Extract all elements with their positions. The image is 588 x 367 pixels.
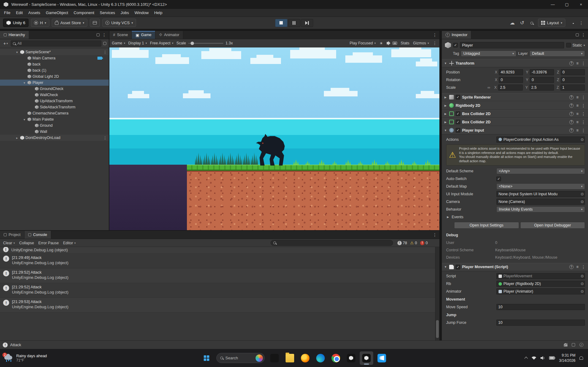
gameobject-name-field[interactable]: Player [460,42,564,48]
tray-notifications-icon[interactable] [579,356,583,360]
pause-button[interactable] [288,19,300,27]
play-button[interactable] [275,19,287,27]
component-rigidbody-2d[interactable]: ▶Rigidbody 2D?≡⋮ [442,101,588,110]
foldout-closed-icon[interactable]: ▶ [444,96,447,99]
hierarchy-search-input[interactable]: All [11,40,101,47]
console-log-entry[interactable]: !UnityEngine.Debug.Log (object) [0,247,439,254]
tab-game[interactable]: ▣ Game [132,31,155,39]
component-enabled-checkbox[interactable]: ✓ [456,128,460,133]
component-box-collider-2d[interactable]: ▶✓Box Collider 2D?≡⋮ [442,110,588,118]
tab-hierarchy[interactable]: Hierarchy [0,31,29,39]
weather-widget[interactable]: 2 Rainy days ahead 71°F [0,349,51,367]
help-icon[interactable]: ? [569,103,574,108]
package-status-icon[interactable] [572,343,575,346]
transform-scale-x-field[interactable]: 2.5 [498,84,523,91]
package-manager-button[interactable] [90,19,100,27]
static-checkbox[interactable] [566,43,571,47]
audio-mute-icon[interactable] [387,41,389,45]
hierarchy-item-samplescene[interactable]: ▾SampleScene*⋮ [0,49,109,55]
script-object-field[interactable]: PlayerMovement⊙ [496,273,585,279]
shortcuts-icon[interactable] [393,42,397,45]
error-count[interactable]: ! 0 [420,241,428,245]
stats-button[interactable]: Stats [401,41,410,45]
transform-position-x-field[interactable]: 40.9293 [499,69,523,75]
foldout-open-icon[interactable]: ▼ [444,62,447,65]
object-picker-icon[interactable]: ⊙ [581,282,584,286]
move-speed-field[interactable]: 10 [496,304,585,310]
volume-icon[interactable] [541,356,545,360]
menu-help[interactable]: Help [151,9,165,17]
preset-icon[interactable]: ≡ [576,265,579,269]
transform-rotation-x-field[interactable]: 0 [499,77,523,83]
preset-icon[interactable]: ≡ [576,95,579,99]
object-picker-icon[interactable]: ⊙ [581,274,584,278]
active-checkbox[interactable]: ✓ [453,43,458,47]
step-button[interactable] [301,19,313,27]
foldout-arrow-icon[interactable]: ▸ [15,136,19,140]
panel-lock-icon[interactable] [97,33,100,36]
minimize-button[interactable]: — [546,0,560,9]
taskbar-app-vscode[interactable] [375,351,389,365]
taskbar-app-file-explorer[interactable] [283,351,297,365]
object-picker-icon[interactable]: ⊙ [581,137,584,142]
preset-icon[interactable]: ≡ [576,61,579,66]
taskbar-app-dark-app[interactable] [268,351,281,365]
tab-console[interactable]: Console [25,231,51,239]
help-icon[interactable]: ? [569,61,574,66]
hierarchy-item-main-palette[interactable]: ▾Main Palette [0,116,109,122]
foldout-arrow-icon[interactable]: ▾ [22,81,26,84]
kebab-menu-icon[interactable]: ⋮ [581,120,586,125]
kebab-menu-icon[interactable]: ⋮ [581,264,586,269]
unity-version-badge[interactable]: Unity 6 [3,19,28,27]
actions-object-field[interactable]: PlayerController (Input Action As ⊙ [496,137,585,143]
preset-icon[interactable]: ≡ [576,103,579,108]
kebab-menu-icon[interactable]: ⋮ [581,111,586,116]
hierarchy-item-main-camera[interactable]: Main Camera [0,55,109,61]
info-count[interactable]: ! 78 [397,241,407,245]
add-gameobject-button[interactable]: + ▾ [2,41,9,46]
object-picker-icon[interactable]: ⊙ [581,200,584,204]
warning-count[interactable]: ⚠ 0 [410,241,417,245]
wifi-icon[interactable] [531,356,537,360]
help-icon[interactable]: ? [569,112,574,116]
preset-icon[interactable]: ≡ [576,128,579,133]
foldout-closed-icon[interactable]: ▶ [444,112,447,115]
panel-lock-icon[interactable] [576,33,579,36]
transform-rotation-y-field[interactable]: 0 [530,77,554,83]
open-input-settings-button[interactable]: Open Input Settings [454,222,519,229]
copilot-icon[interactable] [256,354,263,362]
transform-rotation-z-field[interactable]: 0 [561,77,585,83]
tab-scene[interactable]: # Scene [109,31,132,39]
foldout-open-icon[interactable]: ▼ [444,129,447,132]
foldout-closed-icon[interactable]: ▶ [444,121,447,124]
kebab-menu-icon[interactable]: ⋮ [103,50,107,54]
kebab-menu-icon[interactable]: ⋮ [102,32,106,37]
play-focused-dropdown[interactable]: Play Focused ▾ [350,41,376,45]
menu-component[interactable]: Component [71,9,97,17]
brightness-icon[interactable]: ☀ [379,41,383,46]
notifications-muted-icon[interactable] [564,343,567,346]
error-pause-button[interactable]: Error Pause [38,241,59,245]
transform-scale-y-field[interactable]: 2.5 [529,84,554,91]
foldout-open-icon[interactable]: ▼ [444,265,447,268]
hierarchy-item-upattacktransform[interactable]: UpAttackTransform [0,98,109,104]
console-log-entry[interactable]: ![21:29:52] AttackUnityEngine.Debug.Log … [0,268,439,283]
status-check-icon[interactable]: ✓ [579,343,583,347]
taskbar-search[interactable]: Search [216,353,265,363]
statusbar[interactable]: ! Attack ✓ [0,340,588,349]
preset-icon[interactable]: ≡ [576,112,579,116]
unity-vcs-button[interactable]: Unity VCS ▾ [102,19,136,27]
default-scheme-dropdown[interactable]: <Any>▾ [496,168,585,174]
layout-button[interactable]: Layout ▾ [538,19,565,27]
gizmos-dropdown[interactable]: Gizmos ▾ [413,41,429,45]
editor-dropdown[interactable]: Editor ▾ [63,241,76,245]
menu-file[interactable]: File [1,9,13,17]
tab-project[interactable]: Project [0,231,25,239]
hierarchy-item-dontdestroyonload[interactable]: ▸DontDestroyOnLoad⋮ [0,135,109,141]
component-sprite-renderer[interactable]: ▶✓Sprite Renderer?≡⋮ [442,93,588,101]
help-icon[interactable]: ? [569,265,574,269]
behavior-dropdown[interactable]: Invoke Unity Events▾ [496,206,585,212]
help-icon[interactable]: ? [569,120,574,124]
taskbar-app-edge[interactable] [314,351,327,365]
hierarchy-item-global-light-2d[interactable]: Global Light 2D [0,73,109,80]
